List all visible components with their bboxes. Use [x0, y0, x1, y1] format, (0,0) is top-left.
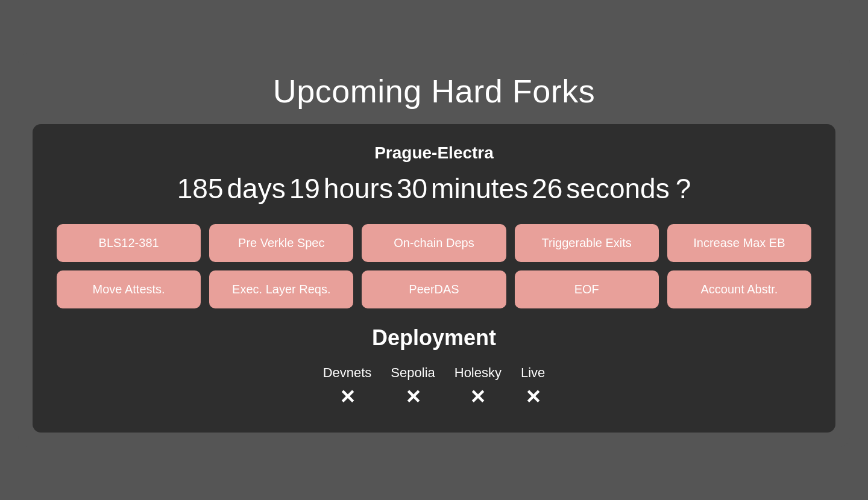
- deployment-label-live: Live: [521, 365, 545, 381]
- deployment-label-devnets: Devnets: [323, 365, 372, 381]
- feature-btn-move-attests[interactable]: Move Attests.: [57, 270, 201, 308]
- feature-btn-account-abstr[interactable]: Account Abstr.: [667, 270, 811, 308]
- deployment-grid: Devnets✕Sepolia✕Holesky✕Live✕: [57, 365, 811, 408]
- hours-value: 19: [289, 172, 320, 205]
- minutes-label: minutes: [431, 172, 528, 205]
- outer-card: Upcoming Hard Forks Prague-Electra 185 d…: [18, 53, 850, 447]
- deployment-item-holesky: Holesky✕: [454, 365, 502, 408]
- feature-btn-exec-layer-reqs[interactable]: Exec. Layer Reqs.: [209, 270, 353, 308]
- inner-card: Prague-Electra 185 days 19 hours 30 minu…: [33, 124, 835, 433]
- feature-btn-eof[interactable]: EOF: [515, 270, 659, 308]
- feature-btn-peerdas[interactable]: PeerDAS: [362, 270, 506, 308]
- days-value: 185: [177, 172, 224, 205]
- countdown: 185 days 19 hours 30 minutes 26 seconds …: [57, 172, 811, 205]
- page-title: Upcoming Hard Forks: [42, 72, 826, 110]
- deployment-status-devnets: ✕: [339, 386, 356, 408]
- hours-label: hours: [324, 172, 393, 205]
- deployment-status-live: ✕: [525, 386, 541, 408]
- features-row-2: Move Attests.Exec. Layer Reqs.PeerDASEOF…: [57, 270, 811, 308]
- deployment-status-sepolia: ✕: [405, 386, 421, 408]
- days-label: days: [227, 172, 285, 205]
- deployment-label-sepolia: Sepolia: [391, 365, 435, 381]
- seconds-label: seconds: [566, 172, 669, 205]
- feature-btn-triggerable-exits[interactable]: Triggerable Exits: [515, 224, 659, 262]
- feature-btn-increase-max-eb[interactable]: Increase Max EB: [667, 224, 811, 262]
- deployment-section: Deployment Devnets✕Sepolia✕Holesky✕Live✕: [57, 325, 811, 408]
- feature-btn-pre-verkle-spec[interactable]: Pre Verkle Spec: [209, 224, 353, 262]
- minutes-value: 30: [397, 172, 427, 205]
- deployment-title: Deployment: [57, 325, 811, 351]
- fork-name: Prague-Electra: [57, 143, 811, 163]
- deployment-item-devnets: Devnets✕: [323, 365, 372, 408]
- features-row-1: BLS12-381Pre Verkle SpecOn-chain DepsTri…: [57, 224, 811, 262]
- countdown-question: ?: [676, 172, 691, 205]
- feature-btn-bls12-381[interactable]: BLS12-381: [57, 224, 201, 262]
- deployment-item-live: Live✕: [521, 365, 545, 408]
- feature-btn-on-chain-deps[interactable]: On-chain Deps: [362, 224, 506, 262]
- deployment-item-sepolia: Sepolia✕: [391, 365, 435, 408]
- deployment-label-holesky: Holesky: [454, 365, 502, 381]
- deployment-status-holesky: ✕: [470, 386, 486, 408]
- seconds-value: 26: [532, 172, 562, 205]
- title-area: Upcoming Hard Forks: [18, 53, 850, 124]
